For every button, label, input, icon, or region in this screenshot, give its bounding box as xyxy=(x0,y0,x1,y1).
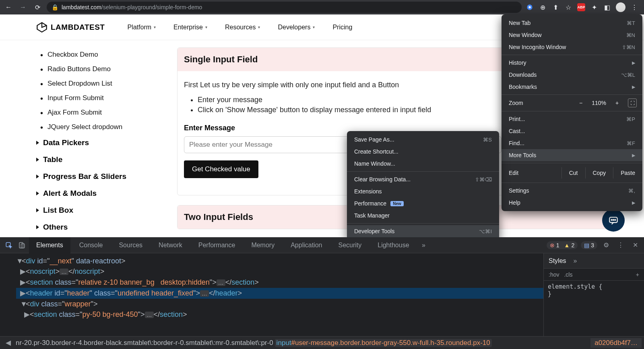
caret-right-icon xyxy=(36,208,39,212)
menu-create-shortcut[interactable]: Create Shortcut... xyxy=(347,146,499,158)
menu-performance[interactable]: PerformanceNew xyxy=(347,197,499,209)
card-intro-text: First Let us try be very simple with onl… xyxy=(184,81,502,89)
caret-right-icon xyxy=(36,191,39,195)
google-icon[interactable] xyxy=(526,3,534,11)
chat-widget-button[interactable] xyxy=(602,209,625,232)
new-style-rule-button[interactable]: + xyxy=(636,271,639,278)
sidebar-category[interactable]: Others xyxy=(36,219,157,236)
more-tabs-icon[interactable]: » xyxy=(418,240,429,251)
site-logo[interactable]: LAMBDATEST xyxy=(36,22,105,33)
panel-icon[interactable]: ◧ xyxy=(603,3,611,11)
devtools-settings-icon[interactable]: ⚙ xyxy=(601,240,612,251)
nav-pricing[interactable]: Pricing xyxy=(332,24,352,31)
devtools-tab-security[interactable]: Security xyxy=(331,237,369,253)
sidebar-category[interactable]: Alert & Modals xyxy=(36,185,157,202)
menu-downloads[interactable]: Downloads⌥⌘L xyxy=(502,69,642,81)
devtools-styles-panel: Styles» :hov.cls+ element.style { } xyxy=(543,253,644,336)
styles-tab[interactable]: Styles xyxy=(549,257,566,265)
zoom-in-button[interactable]: + xyxy=(613,100,621,106)
menu-history[interactable]: History▶ xyxy=(502,57,642,69)
console-messages-badge[interactable]: ▤3 xyxy=(581,241,597,249)
devtools-tab-memory[interactable]: Memory xyxy=(244,237,282,253)
reload-button[interactable]: ⟳ xyxy=(32,2,43,12)
styles-hov[interactable]: :hov xyxy=(549,271,559,278)
sidebar-category[interactable]: Data Pickers xyxy=(36,134,157,151)
sidebar-item[interactable]: Input Form Submit xyxy=(36,91,157,105)
menu-paste[interactable]: Paste xyxy=(613,167,642,179)
chevron-right-icon: ▶ xyxy=(632,60,635,66)
caret-right-icon xyxy=(36,158,39,162)
devtools-tab-network[interactable]: Network xyxy=(151,237,190,253)
bookmark-star-icon[interactable]: ☆ xyxy=(564,3,572,11)
svg-point-3 xyxy=(611,220,612,220)
svg-point-4 xyxy=(613,220,614,220)
sidebar-item[interactable]: Radio Buttons Demo xyxy=(36,62,157,76)
share-icon[interactable]: ⬆ xyxy=(551,3,559,11)
chevron-down-icon: ▾ xyxy=(205,25,207,29)
nav-enterprise[interactable]: Enterprise▾ xyxy=(173,24,207,31)
styles-cls[interactable]: .cls xyxy=(564,271,572,278)
devtools-dom-tree[interactable]: ▼<div id="__next" data-reactroot> ▶<nosc… xyxy=(0,253,543,336)
profile-avatar[interactable] xyxy=(616,2,625,12)
style-rule[interactable]: element.style { } xyxy=(544,281,644,300)
fullscreen-button[interactable]: ⛶ xyxy=(628,99,637,107)
abp-extension-icon[interactable]: ABP xyxy=(577,3,585,11)
menu-more-tools[interactable]: More Tools▶ xyxy=(502,149,642,161)
sidebar-category[interactable]: List Box xyxy=(36,202,157,219)
menu-new-tab[interactable]: New Tab⌘T xyxy=(502,17,642,29)
menu-save-page[interactable]: Save Page As...⌘S xyxy=(347,133,499,146)
devtools-tab-performance[interactable]: Performance xyxy=(191,237,243,253)
devtools-tab-console[interactable]: Console xyxy=(72,237,110,253)
devtools-menu-icon[interactable]: ⋮ xyxy=(615,240,626,251)
menu-clear-browsing[interactable]: Clear Browsing Data...⇧⌘⌫ xyxy=(347,173,499,185)
chevron-down-icon: ▾ xyxy=(313,25,315,29)
chat-icon xyxy=(608,215,619,226)
breadcrumb-left-icon[interactable]: ◀ xyxy=(2,339,14,347)
sidebar-category[interactable]: Progress Bar & Sliders xyxy=(36,168,157,185)
menu-task-manager[interactable]: Task Manager xyxy=(347,209,499,222)
more-styles-tabs-icon[interactable]: » xyxy=(574,257,577,265)
menu-cut[interactable]: Cut xyxy=(561,167,585,179)
nav-resources[interactable]: Resources▾ xyxy=(225,24,260,31)
devtools-close-icon[interactable]: ✕ xyxy=(630,240,641,251)
caret-right-icon xyxy=(36,141,39,145)
extensions-icon[interactable]: ✦ xyxy=(590,3,598,11)
menu-find[interactable]: Find...⌘F xyxy=(502,137,642,149)
address-bar[interactable]: 🔒 lambdatest.com/selenium-playground/sim… xyxy=(47,2,522,13)
menu-developer-tools[interactable]: Developer Tools⌥⌘I xyxy=(347,225,499,237)
sidebar-item[interactable]: Checkbox Demo xyxy=(36,47,157,62)
menu-bookmarks[interactable]: Bookmarks▶ xyxy=(502,81,642,93)
console-issues-badge[interactable]: ⊗1 ▲2 xyxy=(547,241,578,249)
menu-extensions[interactable]: Extensions xyxy=(347,185,499,197)
devtools-tab-elements[interactable]: Elements xyxy=(29,237,70,253)
menu-settings[interactable]: Settings⌘, xyxy=(502,185,642,197)
back-button[interactable]: ← xyxy=(3,2,14,12)
devtools-tab-application[interactable]: Application xyxy=(283,237,329,253)
zoom-icon[interactable]: ⊕ xyxy=(539,3,547,11)
menu-copy[interactable]: Copy xyxy=(585,167,613,179)
device-toolbar-icon[interactable] xyxy=(16,240,27,251)
zoom-out-button[interactable]: − xyxy=(576,100,585,106)
nav-developers[interactable]: Developers▾ xyxy=(278,24,315,31)
menu-new-window[interactable]: New Window⌘N xyxy=(502,29,642,41)
chevron-right-icon: ▶ xyxy=(632,200,635,205)
devtools-breadcrumb[interactable]: ◀ nr-20.pr-30.border-r-4.border-black.sm… xyxy=(0,336,644,349)
menu-print[interactable]: Print...⌘P xyxy=(502,113,642,125)
forward-button[interactable]: → xyxy=(18,2,28,12)
menu-help[interactable]: Help▶ xyxy=(502,197,642,209)
devtools-tab-lighthouse[interactable]: Lighthouse xyxy=(370,237,416,253)
menu-incognito[interactable]: New Incognito Window⇧⌘N xyxy=(502,41,642,53)
nav-platform[interactable]: Platform▾ xyxy=(127,24,156,31)
sidebar-item[interactable]: JQuery Select dropdown xyxy=(36,120,157,134)
devtools-tab-sources[interactable]: Sources xyxy=(111,237,150,253)
inspect-element-icon[interactable] xyxy=(3,240,14,251)
menu-name-window[interactable]: Name Window... xyxy=(347,158,499,170)
extension-frame-id[interactable]: a0206db4f7… xyxy=(590,338,642,348)
chrome-menu-button[interactable]: ⋮ xyxy=(630,3,638,11)
sidebar-item[interactable]: Select Dropdown List xyxy=(36,76,157,91)
sidebar-category[interactable]: Table xyxy=(36,151,157,168)
chevron-down-icon: ▾ xyxy=(154,25,156,29)
menu-cast[interactable]: Cast... xyxy=(502,125,642,137)
sidebar-item[interactable]: Ajax Form Submit xyxy=(36,105,157,120)
get-checked-value-button[interactable]: Get Checked value xyxy=(184,160,258,178)
